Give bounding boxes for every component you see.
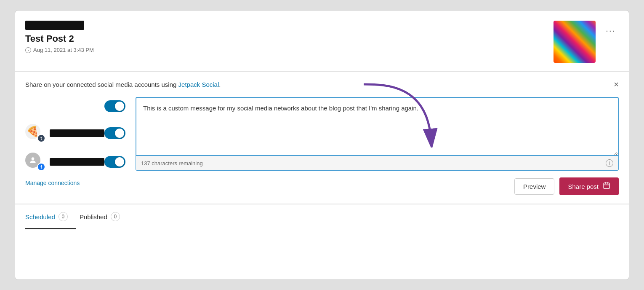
date-text: Aug 11, 2021 at 3:43 PM [33,47,94,53]
share-description: Share on your connected social media acc… [25,81,221,88]
tab-scheduled[interactable]: Scheduled 0 [25,204,76,229]
share-section: Share on your connected social media acc… [15,72,629,204]
tumblr-badge: t [37,134,45,142]
clock-icon [25,47,31,53]
manage-connections-link[interactable]: Manage connections [25,180,125,186]
facebook-badge-label: f [40,164,42,169]
share-post-button[interactable]: Share post [559,177,619,195]
facebook-connection-row: f [25,148,125,176]
tumblr-toggle[interactable] [104,127,125,139]
share-body: 🍕 t [25,97,619,195]
tab-published-count: 0 [114,214,117,220]
facebook-connection-info: f [25,153,104,171]
tab-published[interactable]: Published 0 [80,204,128,229]
title-redacted-bar [25,21,84,30]
toggle-slider-top [104,100,125,112]
char-count-text: 137 characters remaining [141,160,203,166]
preview-button[interactable]: Preview [514,178,554,195]
header-left: Test Post 2 Aug 11, 2021 at 3:43 PM [25,21,94,53]
tumblr-toggle-slider [104,127,125,139]
facebook-avatar-stack: f [25,153,45,171]
jetpack-social-link[interactable]: Jetpack Social [178,81,219,88]
svg-point-1 [32,157,35,160]
card-header: Test Post 2 Aug 11, 2021 at 3:43 PM ··· [15,11,629,72]
tab-published-badge: 0 [111,212,120,221]
char-count-bar: 137 characters remaining i [136,156,619,171]
post-title: Test Post 2 [25,33,94,44]
facebook-name-redacted [50,158,104,166]
svg-rect-2 [604,183,609,189]
facebook-badge: f [37,163,45,171]
tab-scheduled-count: 0 [62,214,65,220]
info-icon[interactable]: i [606,159,613,167]
connections-panel: 🍕 t [25,97,125,195]
top-toggle-row [25,97,125,119]
facebook-toggle[interactable] [104,156,125,168]
tab-scheduled-badge: 0 [59,212,68,221]
more-options-button[interactable]: ··· [602,24,619,37]
tab-scheduled-label: Scheduled [25,213,55,220]
tumblr-connection-row: 🍕 t [25,119,125,148]
share-desc-prefix: Share on your connected social media acc… [25,81,178,88]
close-button[interactable]: × [614,80,619,89]
thumbnail-image [554,21,596,63]
main-card: Test Post 2 Aug 11, 2021 at 3:43 PM ··· [15,10,629,280]
message-panel: This is a custom message for my social m… [136,97,619,195]
tumblr-avatar-stack: 🍕 t [25,124,45,142]
message-textarea[interactable]: This is a custom message for my social m… [136,97,619,156]
card-footer: Scheduled 0 Published 0 [15,204,629,229]
person-icon [29,156,37,164]
post-date: Aug 11, 2021 at 3:43 PM [25,47,94,53]
share-header: Share on your connected social media acc… [25,80,619,89]
facebook-toggle-slider [104,156,125,168]
tumblr-connection-info: 🍕 t [25,124,104,142]
tumblr-badge-label: t [40,136,42,141]
share-desc-suffix: . [219,81,221,88]
calendar-icon [603,182,610,191]
share-post-label: Share post [568,183,599,190]
tab-published-label: Published [80,213,107,220]
header-right: ··· [554,21,619,63]
post-thumbnail [554,21,596,63]
action-buttons: Preview Share post [136,177,619,195]
top-toggle[interactable] [104,100,125,112]
tumblr-name-redacted [50,129,104,137]
